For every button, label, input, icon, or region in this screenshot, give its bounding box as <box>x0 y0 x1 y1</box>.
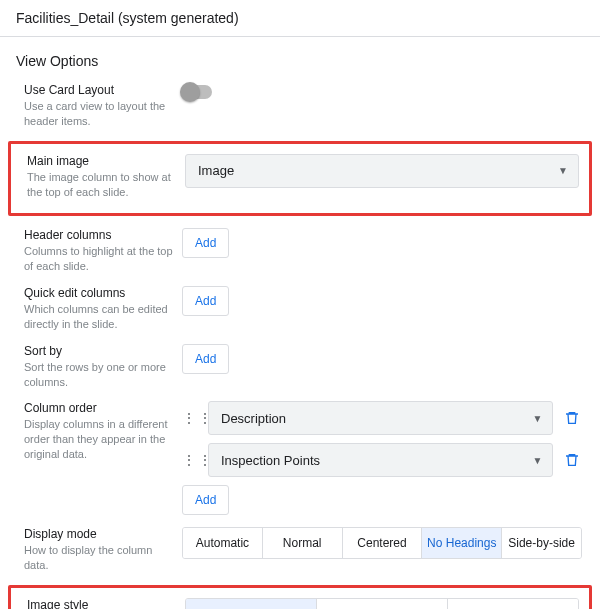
image-style-option-fill[interactable]: Fill <box>186 599 316 609</box>
option-header-columns: Header columns Columns to highlight at t… <box>8 222 592 280</box>
header-columns-add-button[interactable]: Add <box>182 228 229 258</box>
display-mode-segmented: Automatic Normal Centered No Headings Si… <box>182 527 582 559</box>
display-mode-option-normal[interactable]: Normal <box>262 528 342 558</box>
option-desc: Columns to highlight at the top of each … <box>24 244 174 274</box>
option-sort-by: Sort by Sort the rows by one or more col… <box>8 338 592 396</box>
option-main-image: Main image The image column to show at t… <box>8 141 592 217</box>
option-title: Column order <box>24 401 174 415</box>
image-style-segmented: Fill Fit Background <box>185 598 579 609</box>
use-card-layout-toggle[interactable] <box>182 85 212 99</box>
option-desc: The image column to show at the top of e… <box>27 170 177 200</box>
option-desc: Which columns can be edited directly in … <box>24 302 174 332</box>
display-mode-option-centered[interactable]: Centered <box>342 528 422 558</box>
select-value: Description <box>221 411 286 426</box>
view-header: Facilities_Detail (system generated) <box>0 0 600 37</box>
column-order-delete-button[interactable] <box>561 406 582 430</box>
option-use-card-layout: Use Card Layout Use a card view to layou… <box>8 77 592 135</box>
column-order-select[interactable]: Inspection Points ▼ <box>208 443 553 477</box>
sort-by-add-button[interactable]: Add <box>182 344 229 374</box>
drag-handle-icon[interactable] <box>182 455 200 465</box>
option-display-mode: Display mode How to display the column d… <box>8 521 592 579</box>
option-title: Quick edit columns <box>24 286 174 300</box>
drag-handle-icon[interactable] <box>182 413 200 423</box>
column-order-row: Description ▼ <box>182 401 582 435</box>
select-value: Inspection Points <box>221 453 320 468</box>
display-mode-option-side-by-side[interactable]: Side-by-side <box>501 528 581 558</box>
chevron-down-icon: ▼ <box>533 413 543 424</box>
chevron-down-icon: ▼ <box>558 165 568 176</box>
option-column-order: Column order Display columns in a differ… <box>8 395 592 521</box>
option-desc: Display columns in a different order tha… <box>24 417 174 462</box>
display-mode-option-no-headings[interactable]: No Headings <box>421 528 501 558</box>
option-title: Main image <box>27 154 177 168</box>
view-name: Facilities_Detail <box>16 10 114 26</box>
option-title: Sort by <box>24 344 174 358</box>
option-desc: How to display the column data. <box>24 543 174 573</box>
chevron-down-icon: ▼ <box>533 455 543 466</box>
column-order-row: Inspection Points ▼ <box>182 443 582 477</box>
section-title: View Options <box>0 37 600 77</box>
option-title: Use Card Layout <box>24 83 174 97</box>
column-order-select[interactable]: Description ▼ <box>208 401 553 435</box>
select-value: Image <box>198 163 234 178</box>
option-quick-edit-columns: Quick edit columns Which columns can be … <box>8 280 592 338</box>
main-image-select[interactable]: Image ▼ <box>185 154 579 188</box>
option-title: Display mode <box>24 527 174 541</box>
image-style-option-background[interactable]: Background <box>447 599 578 609</box>
option-desc: Sort the rows by one or more columns. <box>24 360 174 390</box>
display-mode-option-automatic[interactable]: Automatic <box>183 528 262 558</box>
option-image-style: Image style How to display the main imag… <box>8 585 592 609</box>
option-title: Header columns <box>24 228 174 242</box>
column-order-add-button[interactable]: Add <box>182 485 229 515</box>
quick-edit-columns-add-button[interactable]: Add <box>182 286 229 316</box>
trash-icon <box>564 452 580 468</box>
image-style-option-fit[interactable]: Fit <box>316 599 447 609</box>
trash-icon <box>564 410 580 426</box>
option-title: Image style <box>27 598 177 609</box>
view-name-suffix: (system generated) <box>118 10 239 26</box>
option-desc: Use a card view to layout the header ite… <box>24 99 174 129</box>
column-order-delete-button[interactable] <box>561 448 582 472</box>
